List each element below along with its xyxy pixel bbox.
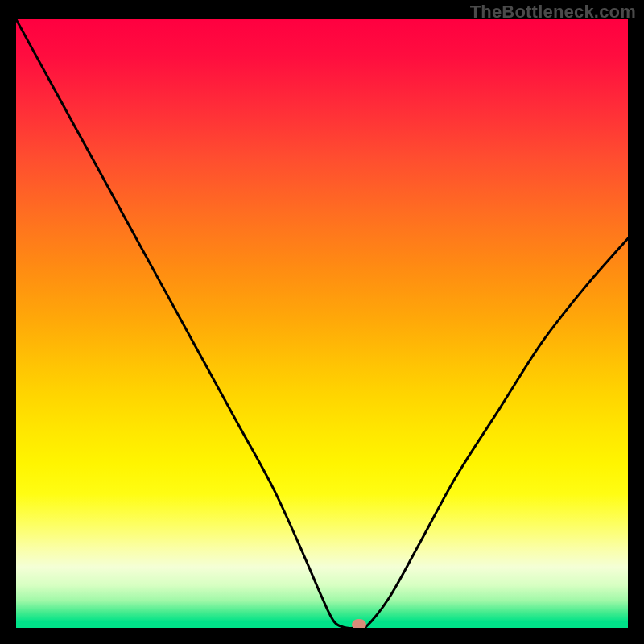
- plot-area: [16, 19, 628, 628]
- bottleneck-curve: [16, 19, 628, 628]
- chart-frame: TheBottleneck.com: [0, 0, 644, 644]
- optimal-point-marker: [352, 619, 366, 628]
- watermark-text: TheBottleneck.com: [470, 2, 636, 23]
